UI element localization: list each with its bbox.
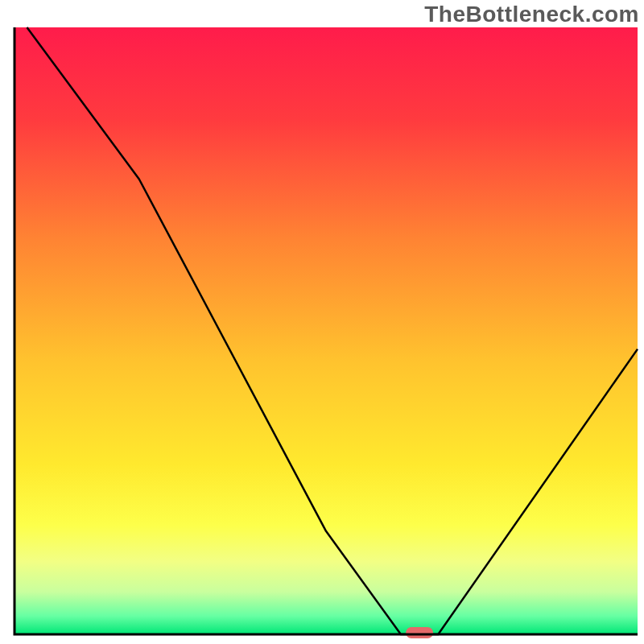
gradient-background — [14, 27, 638, 634]
bottleneck-chart — [0, 0, 644, 644]
optimal-marker — [406, 627, 433, 638]
watermark-text: TheBottleneck.com — [424, 2, 639, 27]
chart-container: TheBottleneck.com — [0, 0, 644, 644]
